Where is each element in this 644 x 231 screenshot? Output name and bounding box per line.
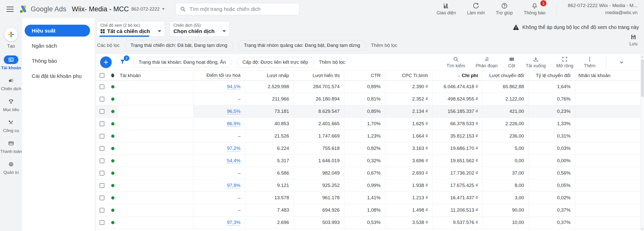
sidebar-item-tools[interactable]: Công cụ [3, 118, 19, 133]
refresh-button[interactable]: Làm mới [467, 3, 485, 16]
view-mode-dropdown[interactable]: Chế độ xem (2 bộ lọc) Tất cả chiến dịch [97, 21, 165, 37]
row-checkbox[interactable] [100, 134, 104, 139]
cell-account-name[interactable] [118, 93, 193, 105]
cell-impressions: 8.629.547 [294, 105, 344, 117]
appearance-button[interactable]: Giao diện [436, 3, 456, 16]
submenu-item-performance[interactable]: Hiệu suất [25, 25, 90, 37]
vertical-scrollbar[interactable]: ▲ ▼ [640, 54, 644, 231]
account-id-dropdown[interactable]: 862-072-2222 [131, 7, 165, 12]
sidebar-item-campaigns[interactable]: Chiến dịch [1, 76, 21, 91]
cell-account-name[interactable] [118, 216, 193, 228]
table-add-filter-button[interactable]: Thêm bộ lọc [319, 59, 345, 65]
row-checkbox[interactable] [100, 195, 104, 200]
table-body: 94,1% 2.529.998 284.701.574 0,89% 2.390 … [96, 81, 640, 231]
table-chip-level[interactable]: Cấp độ: Được liên kết trực tiếp [237, 57, 314, 68]
submenu: Hiệu suất Ngân sách Thông báo Cài đặt tà… [22, 18, 95, 231]
cell-opt-score: – [193, 192, 245, 204]
row-checkbox[interactable] [100, 183, 104, 188]
expand-label: Mở rộng [556, 63, 573, 69]
cell-account-label [575, 105, 640, 117]
segment-button[interactable]: Phân đoạn [476, 56, 498, 69]
search-input[interactable] [189, 6, 295, 12]
columns-button[interactable]: Cột [508, 56, 515, 69]
col-header-avg-cpc[interactable]: CPC Tr.bình [385, 71, 432, 80]
table-row: 94,1% 2.529.998 284.701.574 0,89% 2.390 … [96, 81, 640, 93]
table-chip-account-status[interactable]: Trạng thái tài khoản: Đang hoạt động, Ẩn [133, 57, 232, 68]
cell-avg-cpc: 1.938 ₫ [385, 179, 432, 191]
submenu-item-subaccount-settings[interactable]: Cài đặt tài khoản phụ [25, 70, 90, 82]
cell-ctr: 0,67% [344, 167, 385, 179]
row-checkbox[interactable] [100, 171, 104, 176]
col-header-account[interactable]: Tài khoản [118, 71, 193, 80]
row-checkbox[interactable] [100, 158, 104, 163]
cell-clicks: 6.586 [245, 167, 294, 179]
notifications-button[interactable]: 1 Thông báo [524, 3, 545, 16]
submenu-item-notifications[interactable]: Thông báo [25, 55, 90, 67]
cell-account-name[interactable] [118, 179, 193, 191]
menu-icon[interactable] [5, 4, 16, 15]
scroll-down-icon[interactable]: ▼ [640, 226, 644, 231]
campaign-dropdown[interactable]: Chiến dịch (55) Chọn chiến dịch [170, 21, 229, 37]
cell-account-name[interactable] [118, 130, 193, 142]
cell-account-name[interactable] [118, 81, 193, 93]
cell-account-name[interactable] [118, 204, 193, 216]
col-header-cost[interactable]: ↓Chi phí [432, 71, 482, 80]
row-checkbox[interactable] [100, 208, 104, 213]
create-button[interactable]: Tạo [4, 28, 18, 49]
warning-text: Không thể áp dụng bộ lọc chế độ xem cho … [522, 24, 639, 30]
col-header-ctr[interactable]: CTR [344, 71, 385, 80]
cell-account-name[interactable] [118, 142, 193, 154]
row-checkbox[interactable] [100, 146, 104, 151]
collapse-toolbar-button[interactable] [617, 57, 626, 67]
row-checkbox[interactable] [100, 109, 104, 114]
profile-account-switcher[interactable]: 862-072-2222 Wiix - Media - M... media@w… [568, 2, 637, 16]
col-header-conv-rate[interactable]: Tỷ lệ chuyển đổi [529, 71, 575, 80]
select-all-checkbox[interactable] [100, 73, 104, 78]
cell-account-name[interactable] [118, 105, 193, 117]
cell-ctr: 0,50% [344, 229, 385, 231]
filter-chip-adgroup-status[interactable]: Trạng thái nhóm quảng cáo: Đang bật, Đan… [238, 40, 366, 51]
cell-account-name[interactable] [118, 192, 193, 204]
accounts-table: Tài khoản Điểm tối ưu hoá Lượt nhấp Lượt… [96, 70, 644, 231]
row-checkbox[interactable] [100, 97, 104, 102]
expand-button[interactable]: Mở rộng [556, 56, 573, 69]
cell-account-name[interactable] [118, 155, 193, 167]
row-checkbox[interactable] [100, 121, 104, 126]
submenu-item-budgets[interactable]: Ngân sách [25, 40, 90, 52]
cell-impressions: 2.401.665 [294, 118, 344, 130]
col-header-opt-score[interactable]: Điểm tối ưu hoá [193, 71, 245, 80]
help-button[interactable]: Trợ giúp [496, 3, 513, 16]
google-ads-logo[interactable]: Google Ads [19, 5, 66, 14]
col-header-clicks[interactable]: Lượt nhấp [245, 71, 294, 80]
download-button[interactable]: Tải xuống [526, 56, 546, 69]
scrollbar-thumb[interactable] [641, 59, 644, 97]
col-header-impressions[interactable]: Lượt hiển thị [294, 71, 344, 80]
col-header-account-label[interactable]: Nhãn tài khoản [575, 71, 640, 80]
sidebar-item-billing[interactable]: Thanh toán [0, 139, 22, 154]
filter-funnel-button[interactable]: 2 [119, 58, 126, 66]
cell-account-name[interactable] [118, 229, 193, 231]
appearance-icon [443, 3, 450, 9]
sidebar-item-goals[interactable]: Mục tiêu [3, 97, 19, 112]
filter-chip-campaign-status[interactable]: Trạng thái chiến dịch: Đã bật, Đang tạm … [125, 40, 233, 51]
cell-account-name[interactable] [118, 118, 193, 130]
add-button[interactable] [100, 56, 112, 68]
row-checkbox[interactable] [100, 220, 104, 225]
google-ads-app: Google Ads Wiix- Media - MCC 862-072-222… [0, 0, 644, 231]
search-table-button[interactable]: Tìm kiếm [447, 56, 465, 69]
table-actions: Tìm kiếm Phân đoạn Cột Tải xuống [447, 56, 626, 69]
cell-cost: 498.624.955 ₫ [432, 93, 482, 105]
cell-clicks: 5.317 [245, 155, 294, 167]
cell-clicks: 5.973 [245, 229, 294, 231]
add-filter-button[interactable]: Thêm bộ lọc [371, 43, 397, 48]
col-header-conversions[interactable]: Lượt chuyển đổi [482, 71, 529, 80]
sidebar-item-admin[interactable]: Quản trị [4, 160, 19, 175]
cell-account-name[interactable] [118, 167, 193, 179]
more-button[interactable]: Thêm [584, 56, 595, 69]
row-checkbox[interactable] [100, 84, 104, 89]
scroll-up-icon[interactable]: ▲ [640, 54, 644, 59]
sidebar-item-accounts[interactable]: Tài khoản [1, 55, 21, 71]
save-button[interactable]: Lưu [629, 34, 637, 47]
table-row: – 7.483 694.926 1,08% 1.498 ₫ 11.206.513… [96, 204, 640, 216]
status-enabled-icon [111, 221, 114, 224]
